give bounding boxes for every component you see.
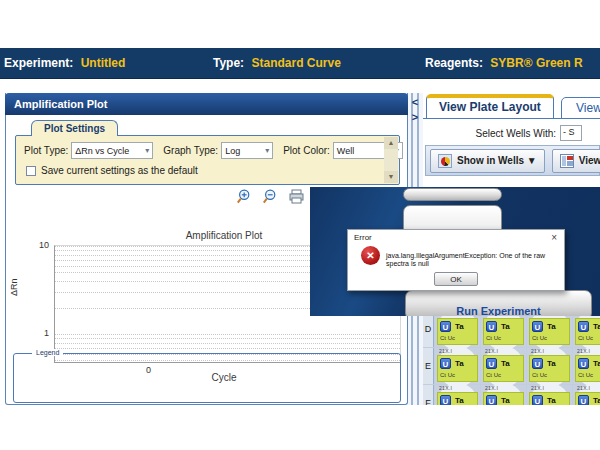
experiment-value: Untitled xyxy=(81,56,126,70)
well-color-icon xyxy=(438,154,452,168)
well-detail-text: Ct Uc xyxy=(578,372,593,378)
well-detail-text: Ct Uc xyxy=(440,335,455,341)
plate-well[interactable]: 21X.IUTaCt Uc xyxy=(481,385,526,405)
plate-well[interactable]: 21X.IUTaCt Uc xyxy=(435,348,480,384)
scroll-up-icon[interactable]: ▲ xyxy=(384,137,398,149)
tab-view-next[interactable]: View xyxy=(561,97,600,119)
select-wells-row: Select Wells With: - S xyxy=(476,125,582,141)
gridline xyxy=(55,348,400,349)
well-sample-text: 21X.I xyxy=(439,385,452,391)
well-target-text: Ta xyxy=(501,322,510,331)
gridline xyxy=(55,338,400,339)
well-content: UTaCt Uc xyxy=(529,318,570,345)
y-tick: 1 xyxy=(23,328,49,338)
well-sample-text: 21X.I xyxy=(577,348,590,354)
task-unknown-badge: U xyxy=(486,321,497,332)
save-default-checkbox[interactable] xyxy=(26,166,36,176)
ok-button[interactable]: OK xyxy=(434,272,478,286)
plot-type-label: Plot Type: xyxy=(24,145,68,156)
chevron-down-icon: ▾ xyxy=(261,146,269,155)
well-target-text: Ta xyxy=(593,359,600,368)
run-experiment-button[interactable]: Run Experiment xyxy=(405,290,592,316)
chart-toolbar xyxy=(236,188,305,205)
plate-well[interactable]: 21X.IUTaCt Uc xyxy=(481,311,526,347)
well-content: UTaCt Uc xyxy=(437,318,478,345)
tab-view-plate-layout[interactable]: View Plate Layout xyxy=(426,94,554,119)
well-sample-text: 21X.I xyxy=(531,385,544,391)
zoom-in-icon[interactable] xyxy=(236,188,253,205)
plate-well[interactable]: 21X.IUTaCt Uc xyxy=(573,348,600,384)
well-detail-text: Ct Uc xyxy=(486,372,501,378)
run-window-button-top[interactable] xyxy=(403,188,502,201)
tab-plot-settings[interactable]: Plot Settings xyxy=(31,120,118,136)
close-icon[interactable]: × xyxy=(551,232,557,243)
well-target-text: Ta xyxy=(501,396,510,405)
collapse-right-icon[interactable]: > xyxy=(409,111,421,125)
plate-toolbar: Show in Wells ▼ View L xyxy=(425,145,600,176)
task-unknown-badge: U xyxy=(486,358,497,369)
task-unknown-badge: U xyxy=(578,395,589,405)
experiment-field: Experiment: Untitled xyxy=(4,56,125,70)
plate-row-label: F xyxy=(423,385,434,405)
print-icon[interactable] xyxy=(288,188,305,205)
graph-type-dropdown[interactable]: Log ▾ xyxy=(221,142,273,159)
plot-type-dropdown[interactable]: ΔRn vs Cycle ▾ xyxy=(71,142,153,159)
well-detail-text: Ct Uc xyxy=(578,335,593,341)
well-content: UTaCt Uc xyxy=(437,392,478,405)
scroll-down-icon[interactable]: ▼ xyxy=(384,171,398,183)
table-view-icon xyxy=(560,154,574,168)
app-window: Experiment: Untitled Type: Standard Curv… xyxy=(0,0,600,450)
plate-well[interactable]: 21X.IUTaCt Uc xyxy=(527,348,572,384)
well-content: UTaCt Uc xyxy=(529,355,570,382)
view-layout-button[interactable]: View L xyxy=(552,149,600,173)
plate-well[interactable]: 21X.IUTaCt Uc xyxy=(527,311,572,347)
chevron-down-icon: ▾ xyxy=(141,146,149,155)
plot-settings-box: Plot Type: ΔRn vs Cycle ▾ Graph Type: Lo… xyxy=(15,135,400,185)
well-target-text: Ta xyxy=(547,359,556,368)
well-content: UTaCt Uc xyxy=(529,392,570,405)
y-tick: 10 xyxy=(23,240,49,250)
well-target-text: Ta xyxy=(547,322,556,331)
select-wells-label: Select Wells With: xyxy=(476,128,556,139)
collapse-left-icon[interactable]: < xyxy=(409,96,421,110)
well-sample-text: 21X.I xyxy=(531,348,544,354)
plate-well[interactable]: 21X.IUTaCt Uc xyxy=(435,385,480,405)
well-content: UTaCt Uc xyxy=(483,392,524,405)
zoom-out-icon[interactable] xyxy=(262,188,279,205)
plate-well[interactable]: 21X.IUTaCt Uc xyxy=(481,348,526,384)
y-axis-label: ΔRn xyxy=(9,278,19,296)
task-unknown-badge: U xyxy=(440,358,451,369)
well-content: UTaCt Uc xyxy=(483,355,524,382)
error-dialog: Error × ✕ java.lang.IllegalArgumentExcep… xyxy=(347,229,565,291)
type-label: Type: xyxy=(213,56,244,70)
task-unknown-badge: U xyxy=(532,395,543,405)
settings-scrollbar[interactable]: ▲ ▼ xyxy=(384,137,398,183)
well-content: UTaCt Uc xyxy=(575,392,600,405)
type-field: Type: Standard Curve xyxy=(213,56,341,70)
plate-well[interactable]: 21X.IUTaCt Uc xyxy=(527,385,572,405)
well-content: UTaCt Uc xyxy=(575,355,600,382)
reagents-value: SYBR® Green R xyxy=(490,56,582,70)
gridline xyxy=(55,343,400,344)
show-in-wells-button[interactable]: Show in Wells ▼ xyxy=(430,149,545,173)
plate-well[interactable]: 21X.IUTaCt Uc xyxy=(573,311,600,347)
well-detail-text: Ct Uc xyxy=(440,372,455,378)
select-wells-dropdown[interactable]: - S xyxy=(560,125,582,141)
error-dialog-title: Error xyxy=(354,233,372,242)
plate-row-label: E xyxy=(423,348,434,384)
panel-title: Amplification Plot xyxy=(5,93,408,115)
task-unknown-badge: U xyxy=(532,358,543,369)
plate-well[interactable]: 21X.IUTaCt Uc xyxy=(435,311,480,347)
well-target-text: Ta xyxy=(593,322,600,331)
plate-well[interactable]: 21X.IUTaCt Uc xyxy=(573,385,600,405)
well-target-text: Ta xyxy=(455,359,464,368)
error-icon: ✕ xyxy=(361,246,380,265)
well-detail-text: Ct Uc xyxy=(532,335,547,341)
task-unknown-badge: U xyxy=(578,358,589,369)
save-default-label: Save current settings as the default xyxy=(41,165,198,176)
task-unknown-badge: U xyxy=(440,395,451,405)
type-value: Standard Curve xyxy=(251,56,340,70)
well-sample-text: 21X.I xyxy=(485,385,498,391)
well-content: UTaCt Uc xyxy=(575,318,600,345)
well-content: UTaCt Uc xyxy=(483,318,524,345)
